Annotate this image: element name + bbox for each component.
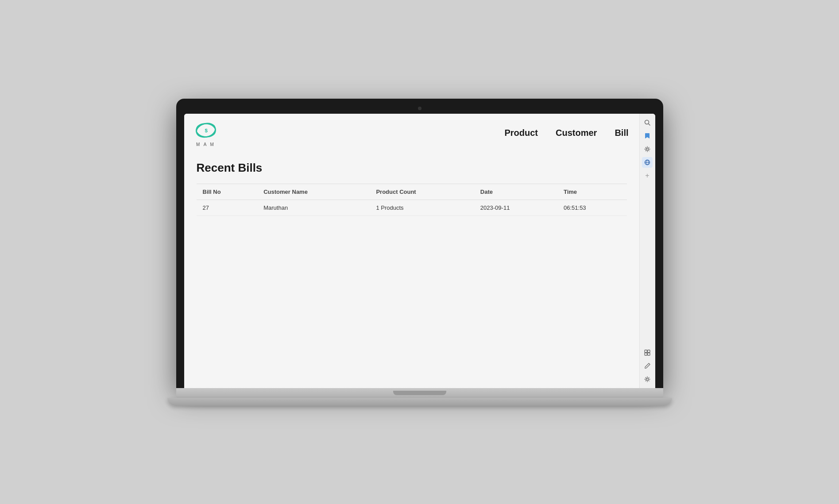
col-bill-no: Bill No — [197, 184, 258, 200]
edit-icon[interactable] — [642, 361, 653, 371]
nav-header: $ M A M Product Customer Bill — [184, 114, 639, 152]
svg-rect-13 — [648, 353, 650, 355]
svg-point-14 — [646, 378, 649, 380]
nav-customer[interactable]: Customer — [556, 128, 597, 138]
page-title: Recent Bills — [197, 161, 627, 175]
content-area: Recent Bills Bill No Customer Name Produ… — [184, 152, 639, 388]
app-container: $ M A M Product Customer Bill Recent Bil… — [184, 114, 655, 388]
right-sidebar: + — [639, 114, 655, 388]
window-icon[interactable] — [642, 347, 653, 358]
table-header-row: Bill No Customer Name Product Count Date… — [197, 184, 627, 200]
bookmark-icon[interactable] — [642, 131, 653, 141]
laptop-base — [176, 388, 663, 398]
svg-point-6 — [646, 148, 649, 150]
laptop-hinge — [393, 391, 446, 395]
col-time: Time — [557, 184, 627, 200]
svg-rect-11 — [648, 350, 650, 353]
nav-product[interactable]: Product — [504, 128, 538, 138]
settings-icon[interactable] — [642, 374, 653, 385]
table-row[interactable]: 27Maruthan1 Products2023-09-1106:51:53 — [197, 200, 627, 215]
svg-text:$: $ — [205, 127, 208, 133]
main-content: $ M A M Product Customer Bill Recent Bil… — [184, 114, 639, 388]
globe-icon[interactable] — [642, 157, 653, 168]
camera — [418, 107, 421, 110]
nav-links: Product Customer Bill — [504, 128, 628, 138]
laptop-body: $ M A M Product Customer Bill Recent Bil… — [176, 99, 663, 388]
laptop-stand — [167, 398, 672, 406]
bills-table: Bill No Customer Name Product Count Date… — [197, 184, 627, 216]
logo-icon: $ — [195, 119, 217, 141]
search-icon[interactable] — [642, 117, 653, 128]
laptop-screen: $ M A M Product Customer Bill Recent Bil… — [184, 114, 655, 388]
svg-rect-10 — [645, 350, 647, 353]
nav-bill[interactable]: Bill — [615, 128, 628, 138]
laptop-outer: $ M A M Product Customer Bill Recent Bil… — [176, 99, 663, 406]
logo-area: $ M A M — [195, 119, 217, 147]
logo-text: M A M — [196, 142, 215, 147]
svg-rect-12 — [645, 353, 647, 355]
svg-line-5 — [649, 123, 650, 125]
gear-icon[interactable] — [642, 144, 653, 154]
col-date: Date — [474, 184, 557, 200]
add-icon[interactable]: + — [642, 170, 653, 181]
col-customer-name: Customer Name — [257, 184, 370, 200]
col-product-count: Product Count — [370, 184, 474, 200]
